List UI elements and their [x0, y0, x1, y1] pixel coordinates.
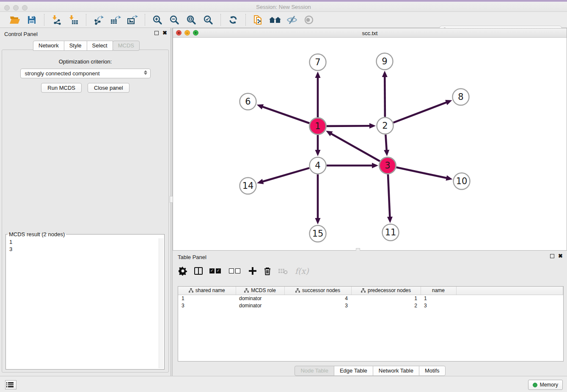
save-session-button[interactable]: [25, 14, 39, 26]
tab-style[interactable]: Style: [64, 41, 87, 51]
toolbar-separator: [145, 14, 145, 26]
graph-edge-2-9[interactable]: [385, 76, 385, 117]
zoom-selected-icon: [203, 15, 213, 25]
table-cell[interactable]: 1: [351, 295, 421, 302]
zoom-selected-button[interactable]: [201, 14, 215, 26]
delete-row-button[interactable]: [264, 266, 271, 276]
tab-edge-table[interactable]: Edge Table: [334, 366, 373, 376]
close-table-panel-icon[interactable]: ✖: [558, 254, 563, 258]
table-cell[interactable]: 1: [421, 295, 456, 302]
tab-network-table[interactable]: Network Table: [373, 366, 419, 376]
edge-arrowhead: [369, 123, 376, 129]
table-cell[interactable]: 3: [284, 302, 351, 309]
deselect-all-columns-button[interactable]: [229, 266, 242, 276]
graph-edge-2-3[interactable]: [385, 135, 386, 151]
table-settings-button[interactable]: [179, 266, 187, 276]
column-header-MCDS-role[interactable]: MCDS role: [236, 287, 284, 295]
clone-network-button[interactable]: [251, 14, 265, 26]
zoom-in-button[interactable]: [150, 14, 165, 26]
run-mcds-button[interactable]: Run MCDS: [41, 83, 82, 93]
import-network-button[interactable]: [50, 14, 64, 26]
float-panel-icon[interactable]: [154, 31, 159, 35]
column-header-label: MCDS role: [251, 287, 276, 293]
export-table-button[interactable]: [108, 14, 123, 26]
add-row-button[interactable]: [248, 266, 257, 276]
tab-motifs[interactable]: Motifs: [419, 366, 446, 376]
titlebar: Session: New Session: [0, 2, 567, 12]
table-header-row: shared nameMCDS rolesuccessor nodesprede…: [178, 287, 563, 295]
tab-mcds[interactable]: MCDS: [113, 41, 140, 51]
show-all-button[interactable]: [302, 14, 316, 26]
edge-arrowhead: [387, 217, 393, 223]
toolbar-separator: [245, 14, 246, 26]
column-panel-button[interactable]: [194, 266, 203, 276]
node-label-7: 7: [315, 57, 320, 67]
task-history-button[interactable]: [5, 380, 17, 389]
graph-edge-3-10[interactable]: [396, 167, 447, 178]
tab-network[interactable]: Network: [33, 41, 64, 51]
table-cell[interactable]: dominator: [236, 302, 284, 309]
table-cell-filler: [456, 295, 563, 302]
table-row[interactable]: 3dominator323: [178, 302, 563, 309]
optimization-criterion-label: Optimization criterion:: [2, 58, 168, 65]
column-header-predecessor-nodes[interactable]: predecessor nodes: [351, 287, 421, 295]
memory-button[interactable]: Memory: [528, 380, 563, 390]
toolbar-separator: [44, 14, 44, 26]
float-table-panel-icon[interactable]: [550, 254, 554, 258]
zoom-in-icon: [152, 15, 162, 25]
column-header-name[interactable]: name: [421, 287, 456, 295]
network-window-titlebar[interactable]: ✕ − + scc.txt: [173, 28, 567, 38]
tab-node-table[interactable]: Node Table: [295, 366, 334, 376]
control-panel: Control Panel ✖ NetworkStyleSelectMCDS O…: [0, 28, 171, 376]
clone-network-icon: [253, 14, 264, 25]
tab-select[interactable]: Select: [87, 41, 113, 51]
import-table-button[interactable]: [66, 14, 81, 26]
edge-arrowhead: [384, 150, 389, 156]
export-network-icon: [93, 15, 104, 25]
network-canvas-area[interactable]: 1234678910111415: [173, 38, 567, 250]
table-cell[interactable]: 2: [351, 302, 421, 309]
table-cell[interactable]: 1: [178, 295, 236, 302]
table-toolbar: f(x): [179, 266, 309, 276]
node-label-4: 4: [315, 160, 320, 171]
refresh-view-button[interactable]: [226, 14, 240, 26]
memory-status-icon: [533, 383, 537, 387]
open-file-button[interactable]: [8, 14, 22, 26]
table-cell[interactable]: dominator: [236, 295, 284, 302]
function-builder-button[interactable]: f(x): [295, 266, 309, 276]
close-panel-button[interactable]: Close panel: [88, 83, 129, 93]
hide-selected-button[interactable]: [285, 14, 299, 26]
table-row[interactable]: 1dominator411: [178, 295, 563, 302]
unchecked-box-icon: [229, 268, 234, 273]
table-cell[interactable]: 3: [421, 302, 456, 309]
graph-edge-1-2[interactable]: [327, 126, 370, 126]
app-window: Session: New Session: [0, 0, 567, 392]
graph-edge-4-14[interactable]: [262, 168, 309, 182]
column-header-shared-name[interactable]: shared name: [178, 287, 236, 295]
graph-edge-3-11[interactable]: [388, 174, 390, 218]
column-panel-icon: [194, 267, 203, 275]
home-button[interactable]: [268, 14, 282, 26]
delete-column-button[interactable]: [278, 266, 288, 276]
export-network-button[interactable]: [91, 14, 106, 26]
graph-edge-2-8[interactable]: [394, 102, 447, 122]
table-cell[interactable]: 4: [284, 295, 351, 302]
select-all-columns-button[interactable]: [209, 266, 222, 276]
export-image-icon: [127, 15, 138, 25]
zoom-out-button[interactable]: [167, 14, 182, 26]
edge-arrowhead: [315, 218, 321, 224]
export-image-button[interactable]: [125, 14, 140, 26]
node-label-9: 9: [382, 56, 387, 66]
criterion-select[interactable]: strongly connected component: [20, 69, 151, 78]
mcds-result-box: MCDS result (2 nodes) 13: [6, 231, 165, 370]
graph-edge-1-6[interactable]: [262, 107, 309, 123]
result-scrollbar[interactable]: [159, 238, 163, 368]
mcds-result-legend: MCDS result (2 nodes): [8, 231, 66, 237]
graph-edge-3-1[interactable]: [330, 133, 380, 161]
edge-arrowhead: [315, 150, 321, 156]
column-header-successor-nodes[interactable]: successor nodes: [284, 287, 351, 295]
table-cell[interactable]: 3: [178, 302, 236, 309]
close-panel-icon[interactable]: ✖: [162, 31, 167, 35]
zoom-fit-button[interactable]: [184, 14, 198, 26]
import-network-icon: [52, 15, 62, 25]
